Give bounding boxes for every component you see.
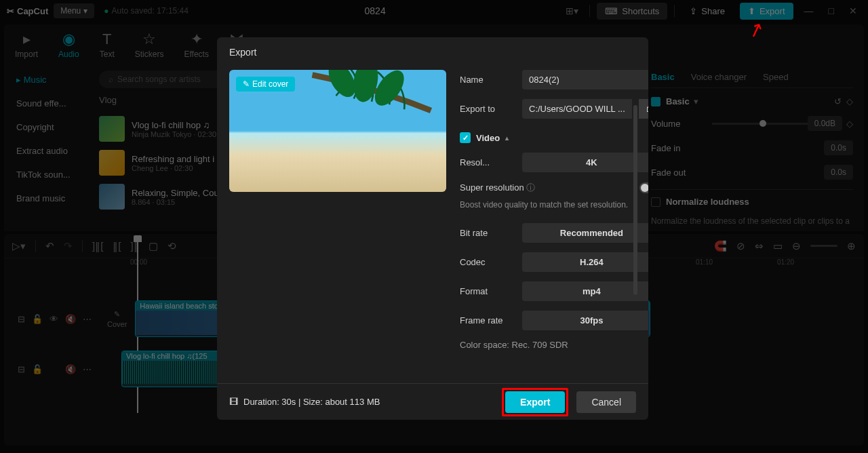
- preview-thumbnail: ✎Edit cover: [229, 70, 446, 192]
- framerate-row: Frame rate 30fps: [460, 311, 648, 330]
- codec-row: Codec H.264: [460, 252, 648, 272]
- info-icon[interactable]: ⓘ: [526, 182, 535, 193]
- footer-info: 🎞 Duration: 30s | Size: about 113 MB: [229, 397, 380, 407]
- colorspace-text: Color space: Rec. 709 SDR: [460, 340, 648, 350]
- name-input[interactable]: [522, 70, 648, 90]
- bitrate-row: Bit rate Recommended: [460, 223, 648, 243]
- format-label: Format: [460, 286, 515, 296]
- export-modal: Export ✎Edit cover Name Export to: [217, 37, 648, 420]
- resolution-select[interactable]: 4K: [522, 153, 648, 172]
- format-row: Format mp4: [460, 281, 648, 301]
- modal-footer: 🎞 Duration: 30s | Size: about 113 MB Exp…: [217, 383, 648, 420]
- duration-text: Duration: 30s | Size: about 113 MB: [243, 397, 380, 407]
- codec-select[interactable]: H.264: [522, 252, 648, 272]
- highlight-annotation: Export: [502, 388, 568, 416]
- superres-toggle[interactable]: [639, 182, 648, 193]
- preview-column: ✎Edit cover: [229, 70, 446, 376]
- resolution-label: Resol...: [460, 157, 515, 168]
- export-path: C:/Users/GOOD WILL ...: [522, 99, 632, 119]
- superres-label: Super resolution ⓘ: [460, 182, 535, 194]
- scrollbar[interactable]: [633, 105, 637, 295]
- framerate-label: Frame rate: [460, 315, 515, 326]
- video-section-header[interactable]: ✓ Video ▴: [460, 132, 648, 143]
- bitrate-label: Bit rate: [460, 228, 515, 238]
- exportto-label: Export to: [460, 104, 515, 114]
- exportto-row: Export to C:/Users/GOOD WILL ... 🗀: [460, 99, 648, 119]
- name-label: Name: [460, 75, 515, 85]
- form-column: Name Export to C:/Users/GOOD WILL ... 🗀 …: [460, 70, 648, 376]
- edit-cover-button[interactable]: ✎Edit cover: [236, 77, 295, 92]
- name-row: Name: [460, 70, 648, 90]
- codec-label: Codec: [460, 257, 515, 267]
- superres-hint: Boost video quality to match the set res…: [460, 199, 648, 211]
- chevron-up-icon: ▴: [505, 134, 509, 142]
- bitrate-select[interactable]: Recommended: [522, 223, 648, 243]
- checkbox-checked-icon[interactable]: ✓: [460, 132, 471, 143]
- film-icon: 🎞: [229, 397, 238, 407]
- folder-button[interactable]: 🗀: [639, 99, 648, 119]
- edit-cover-label: Edit cover: [252, 79, 288, 89]
- video-section-label: Video: [476, 133, 500, 143]
- palm-illustration: [311, 70, 433, 158]
- export-button[interactable]: Export: [505, 391, 565, 413]
- superres-row: Super resolution ⓘ: [460, 182, 648, 194]
- folder-icon: 🗀: [646, 104, 648, 114]
- footer-actions: Export Cancel: [502, 388, 636, 416]
- cancel-button[interactable]: Cancel: [576, 391, 636, 413]
- pencil-icon: ✎: [243, 79, 250, 89]
- framerate-select[interactable]: 30fps: [522, 311, 648, 330]
- resolution-row: Resol... 4K: [460, 153, 648, 172]
- modal-title: Export: [217, 37, 648, 67]
- format-select[interactable]: mp4: [522, 281, 648, 301]
- modal-body: ✎Edit cover Name Export to C:/Users/GOOD…: [217, 67, 648, 383]
